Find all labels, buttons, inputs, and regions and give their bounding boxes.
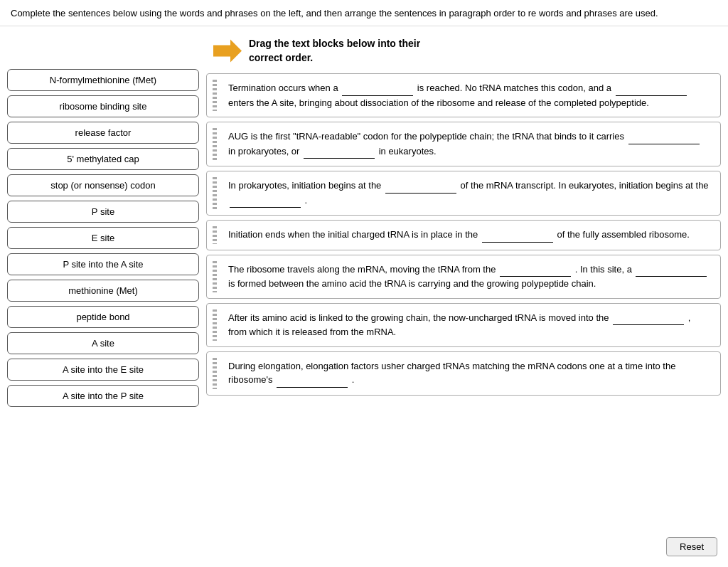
word-block-a-site[interactable]: A site xyxy=(7,332,199,354)
blank-2-2[interactable] xyxy=(304,144,375,159)
right-panel: Drag the text blocks below into their co… xyxy=(206,33,721,407)
sentence-7-text: During elongation, elongation factors us… xyxy=(228,361,675,386)
blank-3-2[interactable] xyxy=(230,194,301,208)
word-block-nformylmethionine[interactable]: N-formylmethionine (fMet) xyxy=(7,69,199,91)
sentence-block-7[interactable]: During elongation, elongation factors us… xyxy=(206,351,721,396)
blank-5-2[interactable] xyxy=(636,263,707,277)
header-text: Complete the sentences below using the w… xyxy=(11,8,658,18)
word-block-e-site[interactable]: E site xyxy=(7,227,199,249)
sentence-2-text: AUG is the first "tRNA-readable" codon f… xyxy=(228,131,701,157)
sentence-6-text: After its amino acid is linked to the gr… xyxy=(228,312,690,338)
sentence-1-text: Termination occurs when a is reached. No… xyxy=(228,83,688,108)
blank-4-1[interactable] xyxy=(482,228,553,243)
word-block-a-site-into-e-site[interactable]: A site into the E site xyxy=(7,359,199,381)
word-block-ribosome-binding-site[interactable]: ribosome binding site xyxy=(7,95,199,117)
word-block-a-site-into-p-site[interactable]: A site into the P site xyxy=(7,385,199,407)
word-block-p-site[interactable]: P site xyxy=(7,201,199,223)
blank-3-1[interactable] xyxy=(385,179,456,194)
blank-6-1[interactable] xyxy=(613,311,684,326)
blank-2-1[interactable] xyxy=(628,129,700,144)
drag-header: Drag the text blocks below into their co… xyxy=(206,33,721,73)
blank-7-1[interactable] xyxy=(277,373,348,388)
sentence-block-6[interactable]: After its amino acid is linked to the gr… xyxy=(206,303,721,347)
word-block-stop-codon[interactable]: stop (or nonsense) codon xyxy=(7,174,199,196)
sentence-block-3[interactable]: In prokaryotes, initiation begins at the… xyxy=(206,171,721,216)
word-block-release-factor[interactable]: release factor xyxy=(7,122,199,144)
blank-1-2[interactable] xyxy=(616,81,687,96)
word-block-5-methylated-cap[interactable]: 5' methylated cap xyxy=(7,148,199,170)
sentence-4-text: Initiation ends when the initial charged… xyxy=(228,229,690,240)
svg-marker-0 xyxy=(213,40,242,63)
word-block-peptide-bond[interactable]: peptide bond xyxy=(7,306,199,328)
sentence-block-4[interactable]: Initiation ends when the initial charged… xyxy=(206,220,721,250)
sentence-3-text: In prokaryotes, initiation begins at the… xyxy=(228,180,709,206)
blank-1-1[interactable] xyxy=(342,81,413,96)
drag-arrow-icon xyxy=(213,38,242,63)
word-blocks-panel: N-formylmethionine (fMet) ribosome bindi… xyxy=(7,33,199,407)
word-block-p-site-into-a-site[interactable]: P site into the A site xyxy=(7,253,199,275)
sentence-block-2[interactable]: AUG is the first "tRNA-readable" codon f… xyxy=(206,122,721,166)
drag-header-text: Drag the text blocks below into their co… xyxy=(249,37,420,65)
word-block-methionine-met[interactable]: methionine (Met) xyxy=(7,280,199,302)
sentence-block-5[interactable]: The ribosome travels along the mRNA, mov… xyxy=(206,255,721,299)
blank-5-1[interactable] xyxy=(500,263,571,277)
reset-button[interactable]: Reset xyxy=(666,537,717,556)
sentence-blocks-container: Termination occurs when a is reached. No… xyxy=(206,73,721,396)
sentence-5-text: The ribosome travels along the mRNA, mov… xyxy=(228,264,708,290)
sentence-block-1[interactable]: Termination occurs when a is reached. No… xyxy=(206,73,721,117)
